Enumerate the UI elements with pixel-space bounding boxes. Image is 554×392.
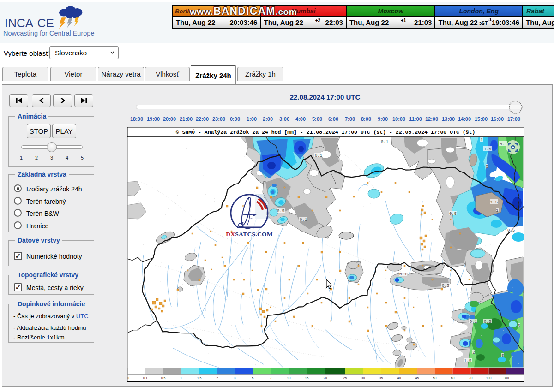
svg-text:0.1: 0.1 <box>143 376 148 380</box>
svg-text:0.5: 0.5 <box>507 228 515 233</box>
svg-text:0: 0 <box>127 376 129 380</box>
svg-text:0.1: 0.1 <box>300 218 307 222</box>
svg-text:1.5: 1.5 <box>197 376 202 380</box>
svg-text:3: 3 <box>518 324 520 328</box>
svg-text:25: 25 <box>343 376 347 380</box>
svg-text:0.1: 0.1 <box>399 272 407 277</box>
svg-text:2: 2 <box>472 350 475 355</box>
svg-text:5: 5 <box>252 376 254 380</box>
svg-text:0.1: 0.1 <box>315 154 322 158</box>
svg-text:© SHMÚ - Analýza zrážok za 24: © SHMÚ - Analýza zrážok za 24 hod [mm] -… <box>176 129 476 135</box>
svg-text:2: 2 <box>217 376 218 380</box>
svg-text:0.5: 0.5 <box>442 284 449 288</box>
svg-text:DXSATCS.COM: DXSATCS.COM <box>226 231 273 238</box>
svg-text:0.1: 0.1 <box>381 140 388 144</box>
svg-text:35: 35 <box>379 376 383 380</box>
svg-text:60: 60 <box>451 376 455 380</box>
svg-text:300: 300 <box>504 376 509 380</box>
svg-text:20: 20 <box>324 376 327 380</box>
svg-text:1: 1 <box>181 376 182 380</box>
svg-text:45: 45 <box>416 376 419 380</box>
svg-text:1.5: 1.5 <box>490 200 498 205</box>
svg-text:0.5: 0.5 <box>449 212 457 216</box>
svg-text:0.5: 0.5 <box>484 320 491 324</box>
svg-text:40: 40 <box>397 376 401 380</box>
svg-text:70: 70 <box>469 376 473 380</box>
svg-text:0.1: 0.1 <box>470 320 477 324</box>
svg-text:50: 50 <box>433 376 437 380</box>
svg-text:15: 15 <box>305 376 309 380</box>
svg-text:1.5: 1.5 <box>484 147 491 152</box>
svg-text:100: 100 <box>486 376 492 380</box>
svg-text:30: 30 <box>361 376 365 380</box>
svg-text:0.5: 0.5 <box>161 376 166 380</box>
svg-text:1: 1 <box>480 138 482 143</box>
svg-text:0.5: 0.5 <box>277 209 284 214</box>
svg-text:0.1: 0.1 <box>500 142 507 147</box>
svg-text:1.5: 1.5 <box>464 359 471 363</box>
svg-text:7: 7 <box>270 376 272 380</box>
svg-text:5: 5 <box>501 354 504 358</box>
svg-text:3: 3 <box>234 376 236 380</box>
svg-text:10: 10 <box>287 376 291 380</box>
svg-text:5: 5 <box>486 165 488 169</box>
svg-text:1: 1 <box>496 208 498 213</box>
